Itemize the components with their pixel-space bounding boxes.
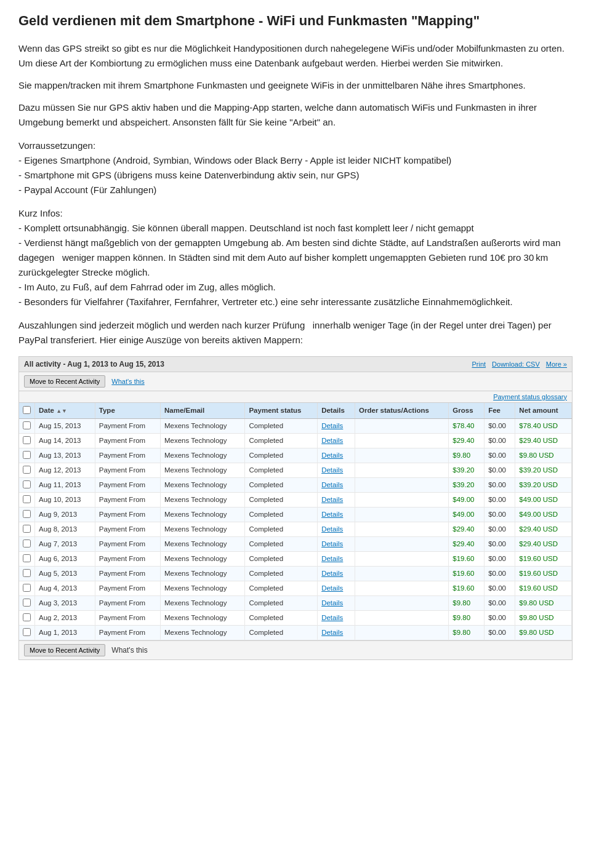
payment-status-glossary-link[interactable]: Payment status glossary xyxy=(19,391,572,403)
row-details[interactable]: Details xyxy=(318,433,355,448)
row-checkbox[interactable] xyxy=(23,628,31,636)
row-status: Completed xyxy=(245,448,318,463)
row-details[interactable]: Details xyxy=(318,625,355,640)
row-details[interactable]: Details xyxy=(318,448,355,463)
date-column-header[interactable]: Date ▲▼ xyxy=(35,403,95,419)
table-row: Aug 13, 2013 Payment From Mexens Technol… xyxy=(19,448,572,463)
table-row: Aug 10, 2013 Payment From Mexens Technol… xyxy=(19,492,572,507)
row-checkbox[interactable] xyxy=(23,584,31,592)
row-net: $19.60 USD xyxy=(515,581,572,595)
row-gross: $9.80 xyxy=(449,625,484,640)
row-checkbox-cell[interactable] xyxy=(19,448,35,463)
row-fee: $0.00 xyxy=(484,463,515,477)
row-fee: $0.00 xyxy=(484,418,515,433)
details-link[interactable]: Details xyxy=(321,614,343,621)
row-checkbox-cell[interactable] xyxy=(19,492,35,507)
row-order-status xyxy=(355,433,449,448)
row-net: $9.80 USD xyxy=(515,448,572,463)
move-to-recent-button[interactable]: Move to Recent Activity xyxy=(24,375,105,388)
row-details[interactable]: Details xyxy=(318,610,355,625)
row-net: $9.80 USD xyxy=(515,625,572,640)
row-checkbox-cell[interactable] xyxy=(19,551,35,566)
table-row: Aug 5, 2013 Payment From Mexens Technolo… xyxy=(19,566,572,581)
row-gross: $9.80 xyxy=(449,595,484,610)
row-checkbox[interactable] xyxy=(23,540,31,547)
row-gross: $9.80 xyxy=(449,448,484,463)
row-net: $9.80 USD xyxy=(515,595,572,610)
details-link[interactable]: Details xyxy=(321,452,343,459)
details-link[interactable]: Details xyxy=(321,555,343,562)
row-details[interactable]: Details xyxy=(318,595,355,610)
row-name: Mexens Technology xyxy=(161,522,245,536)
row-order-status xyxy=(355,492,449,507)
row-checkbox[interactable] xyxy=(23,569,31,577)
whats-this-bottom-link[interactable]: What's this xyxy=(111,646,147,655)
details-link[interactable]: Details xyxy=(321,570,343,577)
row-type: Payment From xyxy=(95,433,160,448)
print-link[interactable]: Print xyxy=(472,360,486,368)
row-details[interactable]: Details xyxy=(318,522,355,536)
details-link[interactable]: Details xyxy=(321,437,343,444)
row-details[interactable]: Details xyxy=(318,463,355,477)
row-details[interactable]: Details xyxy=(318,551,355,566)
details-link[interactable]: Details xyxy=(321,540,343,547)
row-details[interactable]: Details xyxy=(318,492,355,507)
row-checkbox-cell[interactable] xyxy=(19,522,35,536)
table-row: Aug 3, 2013 Payment From Mexens Technolo… xyxy=(19,595,572,610)
row-checkbox[interactable] xyxy=(23,466,31,474)
row-checkbox-cell[interactable] xyxy=(19,477,35,492)
table-actions[interactable]: Print Download: CSV More » xyxy=(472,360,567,368)
row-status: Completed xyxy=(245,477,318,492)
details-link[interactable]: Details xyxy=(321,629,343,636)
details-link[interactable]: Details xyxy=(321,481,343,488)
row-checkbox[interactable] xyxy=(23,480,31,488)
move-to-recent-bottom-button[interactable]: Move to Recent Activity xyxy=(24,644,105,656)
row-details[interactable]: Details xyxy=(318,477,355,492)
row-date: Aug 10, 2013 xyxy=(35,492,95,507)
details-link[interactable]: Details xyxy=(321,422,343,429)
select-all-header[interactable] xyxy=(19,403,35,419)
details-link[interactable]: Details xyxy=(321,496,343,503)
row-checkbox-cell[interactable] xyxy=(19,418,35,433)
row-details[interactable]: Details xyxy=(318,566,355,581)
details-link[interactable]: Details xyxy=(321,599,343,607)
row-checkbox-cell[interactable] xyxy=(19,507,35,522)
whats-this-top-link[interactable]: What's this xyxy=(111,378,144,385)
more-link[interactable]: More » xyxy=(546,360,567,368)
details-link[interactable]: Details xyxy=(321,525,343,533)
row-checkbox-cell[interactable] xyxy=(19,581,35,595)
details-link[interactable]: Details xyxy=(321,466,343,474)
row-checkbox-cell[interactable] xyxy=(19,625,35,640)
row-details[interactable]: Details xyxy=(318,536,355,551)
row-checkbox-cell[interactable] xyxy=(19,566,35,581)
row-checkbox-cell[interactable] xyxy=(19,463,35,477)
row-checkbox[interactable] xyxy=(23,525,31,533)
row-checkbox[interactable] xyxy=(23,495,31,503)
row-checkbox-cell[interactable] xyxy=(19,536,35,551)
row-checkbox-cell[interactable] xyxy=(19,595,35,610)
download-csv-link[interactable]: Download: CSV xyxy=(492,360,540,368)
row-details[interactable]: Details xyxy=(318,581,355,595)
details-link[interactable]: Details xyxy=(321,584,343,592)
row-fee: $0.00 xyxy=(484,581,515,595)
date-sort-icon: ▲▼ xyxy=(56,408,67,414)
row-checkbox-cell[interactable] xyxy=(19,610,35,625)
bottom-action-bar: Move to Recent Activity What's this xyxy=(19,640,572,659)
details-link[interactable]: Details xyxy=(321,511,343,518)
row-details[interactable]: Details xyxy=(318,507,355,522)
row-checkbox[interactable] xyxy=(23,613,31,621)
row-checkbox[interactable] xyxy=(23,436,31,444)
row-date: Aug 15, 2013 xyxy=(35,418,95,433)
row-checkbox[interactable] xyxy=(23,451,31,459)
row-details[interactable]: Details xyxy=(318,418,355,433)
row-name: Mexens Technology xyxy=(161,477,245,492)
row-checkbox[interactable] xyxy=(23,599,31,607)
row-checkbox[interactable] xyxy=(23,510,31,518)
table-row: Aug 15, 2013 Payment From Mexens Technol… xyxy=(19,418,572,433)
row-checkbox[interactable] xyxy=(23,554,31,562)
row-gross: $19.60 xyxy=(449,581,484,595)
select-all-checkbox[interactable] xyxy=(23,406,31,414)
row-checkbox[interactable] xyxy=(23,421,31,429)
row-net: $19.60 USD xyxy=(515,566,572,581)
row-checkbox-cell[interactable] xyxy=(19,433,35,448)
